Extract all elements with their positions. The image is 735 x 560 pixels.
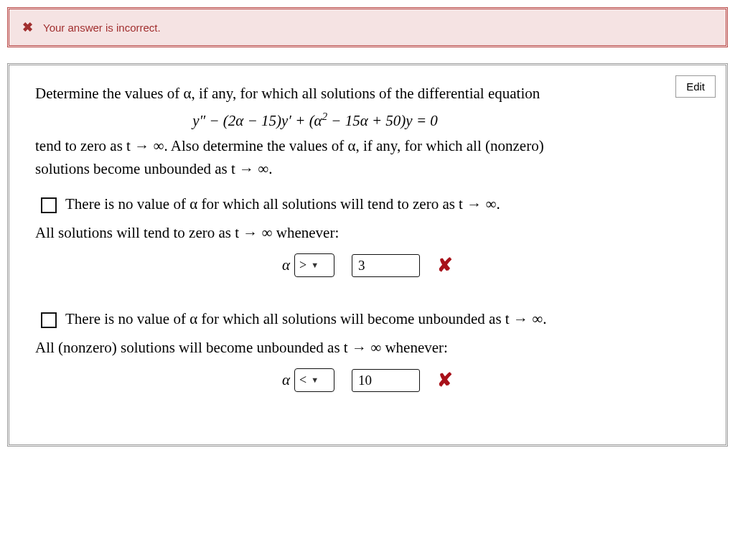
value-input-2[interactable] bbox=[352, 369, 420, 392]
wrong-icon: ✘ bbox=[437, 366, 453, 394]
checkbox-no-zero[interactable] bbox=[41, 197, 57, 213]
prompt-line2: tend to zero as t → ∞. Also determine th… bbox=[35, 137, 544, 177]
eq-part2: − 15α + 50)y = 0 bbox=[327, 112, 438, 129]
wrong-icon: ✘ bbox=[437, 251, 453, 279]
checkbox-label-no-zero: There is no value of α for which all sol… bbox=[65, 193, 500, 216]
checkbox-row-no-zero: There is no value of α for which all sol… bbox=[41, 193, 700, 216]
statement-unbounded: All (nonzero) solutions will become unbo… bbox=[35, 337, 700, 360]
alpha-label-1: α bbox=[282, 254, 290, 277]
answer-part1: There is no value of α for which all sol… bbox=[35, 193, 700, 279]
alert-text: Your answer is incorrect. bbox=[43, 22, 161, 34]
x-icon: ✖ bbox=[22, 19, 33, 35]
question-prompt: Determine the values of α, if any, for w… bbox=[35, 83, 595, 180]
chevron-down-icon: ▼ bbox=[311, 259, 319, 271]
chevron-down-icon: ▼ bbox=[311, 374, 319, 386]
checkbox-row-no-unbounded: There is no value of α for which all sol… bbox=[41, 308, 700, 331]
alpha-label-2: α bbox=[282, 369, 290, 392]
prompt-line1: Determine the values of α, if any, for w… bbox=[35, 85, 540, 102]
edit-button[interactable]: Edit bbox=[675, 75, 716, 98]
eq-sup: 2 bbox=[322, 111, 327, 122]
checkbox-no-unbounded[interactable] bbox=[41, 312, 57, 328]
statement-zero: All solutions will tend to zero as t → ∞… bbox=[35, 222, 700, 245]
relation-select-2[interactable]: < ▼ bbox=[294, 368, 334, 392]
question-container: Edit Determine the values of α, if any, … bbox=[7, 63, 728, 447]
equation: y″ − (2α − 15)y′ + (α2 − 15α + 50)y = 0 bbox=[35, 108, 595, 133]
incorrect-alert: ✖ Your answer is incorrect. bbox=[7, 7, 728, 47]
relation-value-2: < bbox=[299, 370, 306, 390]
answer-part2: There is no value of α for which all sol… bbox=[35, 308, 700, 394]
value-input-1[interactable] bbox=[352, 254, 420, 277]
input-row-unbounded: α < ▼ ✘ bbox=[35, 366, 700, 394]
eq-part1: y″ − (2α − 15)y′ + (α bbox=[192, 112, 322, 129]
relation-value-1: > bbox=[299, 256, 306, 275]
input-row-zero: α > ▼ ✘ bbox=[35, 251, 700, 279]
relation-select-1[interactable]: > ▼ bbox=[294, 253, 334, 277]
checkbox-label-no-unbounded: There is no value of α for which all sol… bbox=[65, 308, 546, 331]
